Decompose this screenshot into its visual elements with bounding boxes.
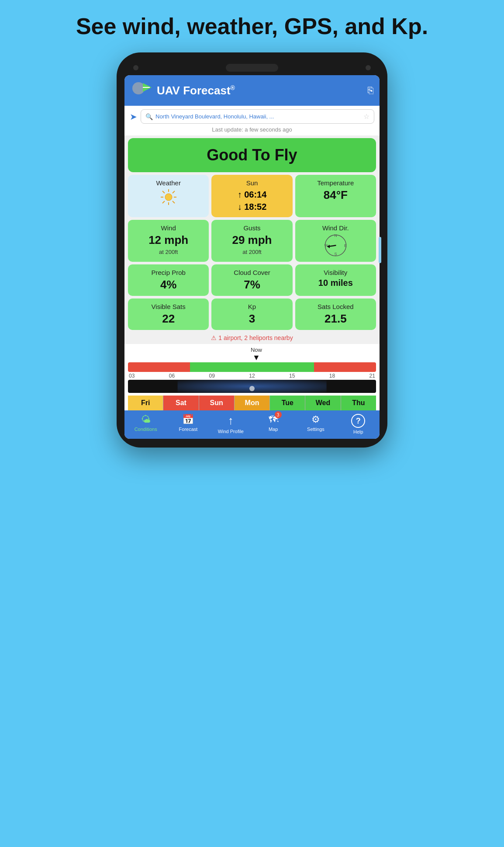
phone-screen: UAV Forecast® ⎘ ➤ 🔍 North Vineyard Boule… bbox=[124, 75, 380, 439]
help-label: Help bbox=[353, 429, 363, 434]
day-tab-sun[interactable]: Sun bbox=[199, 396, 235, 410]
wind-profile-label: Wind Profile bbox=[218, 429, 244, 434]
gusts-sub: at 200ft bbox=[242, 249, 261, 255]
wind-profile-icon: ↑ bbox=[228, 414, 234, 427]
nav-map[interactable]: 🗺 3 Map bbox=[258, 414, 289, 434]
map-icon: 🗺 3 bbox=[269, 414, 278, 425]
conditions-grid: Weather Sun ↑ 06:14 ↓ 18 bbox=[124, 175, 380, 332]
conditions-icon: 🌤 bbox=[141, 414, 151, 425]
hour-15: 15 bbox=[289, 373, 295, 379]
sun-label: Sun bbox=[246, 179, 258, 187]
timeline-red-left bbox=[128, 362, 190, 372]
now-arrow-icon: ▼ bbox=[252, 353, 260, 362]
svg-text:S: S bbox=[334, 252, 337, 256]
settings-label: Settings bbox=[307, 427, 324, 432]
svg-line-10 bbox=[173, 191, 175, 193]
wind-label: Wind bbox=[161, 224, 176, 232]
nav-forecast[interactable]: 📅 Forecast bbox=[173, 414, 204, 434]
map-label: Map bbox=[269, 427, 278, 432]
wind-card: Wind 12 mph at 200ft bbox=[128, 220, 209, 262]
app-header: UAV Forecast® ⎘ bbox=[124, 75, 380, 106]
precip-card: Precip Prob 4% bbox=[128, 264, 209, 296]
wind-dir-card: Wind Dir. N S W E bbox=[295, 220, 376, 262]
timeline-area: Now ▼ 03 06 09 12 15 18 21 bbox=[124, 344, 380, 410]
search-text: North Vineyard Boulevard, Honolulu, Hawa… bbox=[155, 113, 274, 120]
day-tab-tue[interactable]: Tue bbox=[270, 396, 305, 410]
conditions-label: Conditions bbox=[135, 427, 157, 432]
wind-value: 12 mph bbox=[148, 233, 188, 247]
sunny-icon bbox=[160, 188, 177, 206]
visibility-label: Visibility bbox=[324, 269, 347, 276]
search-icon: 🔍 bbox=[145, 113, 153, 120]
kp-card: Kp 3 bbox=[211, 299, 292, 330]
gusts-value: 29 mph bbox=[232, 233, 272, 247]
temperature-label: Temperature bbox=[317, 179, 354, 187]
day-tab-thu[interactable]: Thu bbox=[341, 396, 376, 410]
kp-label: Kp bbox=[248, 303, 256, 310]
cloud-value: 7% bbox=[244, 278, 260, 292]
bottom-nav: 🌤 Conditions 📅 Forecast ↑ Wind Profile 🗺… bbox=[124, 410, 380, 439]
svg-line-8 bbox=[162, 191, 165, 193]
timeline-labels: 03 06 09 12 15 18 21 bbox=[128, 373, 376, 379]
day-tab-wed[interactable]: Wed bbox=[305, 396, 341, 410]
day-tab-mon[interactable]: Mon bbox=[235, 396, 270, 410]
svg-point-0 bbox=[132, 82, 145, 94]
sun-times: ↑ 06:14 ↓ 18:52 bbox=[238, 188, 267, 213]
day-tab-fri[interactable]: Fri bbox=[128, 396, 163, 410]
sats-value: 22 bbox=[162, 312, 175, 326]
timeline-green bbox=[190, 362, 314, 372]
nav-settings[interactable]: ⚙ Settings bbox=[300, 414, 331, 434]
locked-label: Sats Locked bbox=[318, 303, 354, 310]
forecast-label: Forecast bbox=[179, 427, 198, 432]
nav-help[interactable]: ? Help bbox=[343, 414, 373, 434]
status-banner: Good To Fly bbox=[128, 138, 376, 172]
gusts-card: Gusts 29 mph at 200ft bbox=[211, 220, 292, 262]
timeline-bar[interactable] bbox=[128, 362, 376, 372]
sun-card: Sun ↑ 06:14 ↓ 18:52 bbox=[211, 175, 292, 217]
now-label: Now bbox=[251, 347, 262, 353]
share-icon[interactable]: ⎘ bbox=[368, 85, 373, 96]
nav-wind-profile[interactable]: ↑ Wind Profile bbox=[215, 414, 246, 434]
hour-18: 18 bbox=[329, 373, 335, 379]
camera-right bbox=[366, 65, 371, 70]
day-tab-sat[interactable]: Sat bbox=[163, 396, 199, 410]
hour-06: 06 bbox=[169, 373, 175, 379]
search-box[interactable]: 🔍 North Vineyard Boulevard, Honolulu, Ha… bbox=[141, 109, 374, 124]
cloud-card: Cloud Cover 7% bbox=[211, 264, 292, 296]
weather-label: Weather bbox=[156, 179, 180, 187]
day-tabs[interactable]: Fri Sat Sun Mon Tue Wed Thu bbox=[128, 396, 376, 410]
phone-frame: UAV Forecast® ⎘ ➤ 🔍 North Vineyard Boule… bbox=[117, 52, 387, 448]
temperature-value: 84°F bbox=[324, 188, 348, 202]
wind-sub: at 200ft bbox=[159, 249, 178, 255]
svg-text:E: E bbox=[344, 243, 347, 248]
forecast-icon: 📅 bbox=[182, 414, 194, 425]
hour-21: 21 bbox=[369, 373, 375, 379]
timeline-red-right bbox=[314, 362, 376, 372]
gusts-label: Gusts bbox=[243, 224, 260, 232]
day-night-bar bbox=[128, 380, 376, 393]
search-area: ➤ 🔍 North Vineyard Boulevard, Honolulu, … bbox=[124, 106, 380, 125]
kp-value: 3 bbox=[249, 312, 255, 326]
app-logo-icon bbox=[131, 80, 152, 101]
camera-left bbox=[133, 65, 138, 70]
app-title: UAV Forecast® bbox=[157, 84, 363, 97]
tagline: See wind, weather, GPS, and Kp. bbox=[59, 13, 445, 39]
hour-03: 03 bbox=[129, 373, 135, 379]
nav-conditions[interactable]: 🌤 Conditions bbox=[131, 414, 161, 434]
svg-line-11 bbox=[162, 201, 165, 203]
hour-09: 09 bbox=[209, 373, 215, 379]
hour-12: 12 bbox=[249, 373, 255, 379]
svg-line-9 bbox=[173, 201, 175, 203]
svg-text:W: W bbox=[324, 243, 328, 248]
weather-card: Weather bbox=[128, 175, 209, 217]
svg-point-3 bbox=[165, 194, 172, 201]
precip-value: 4% bbox=[160, 278, 177, 292]
cloud-label: Cloud Cover bbox=[234, 269, 270, 276]
wind-dir-label: Wind Dir. bbox=[322, 224, 349, 232]
location-icon[interactable]: ➤ bbox=[130, 111, 137, 122]
sats-card: Visible Sats 22 bbox=[128, 299, 209, 330]
temperature-card: Temperature 84°F bbox=[295, 175, 376, 217]
visibility-value: 10 miles bbox=[318, 278, 353, 288]
favorite-icon[interactable]: ☆ bbox=[363, 112, 369, 121]
scroll-indicator bbox=[379, 237, 381, 263]
